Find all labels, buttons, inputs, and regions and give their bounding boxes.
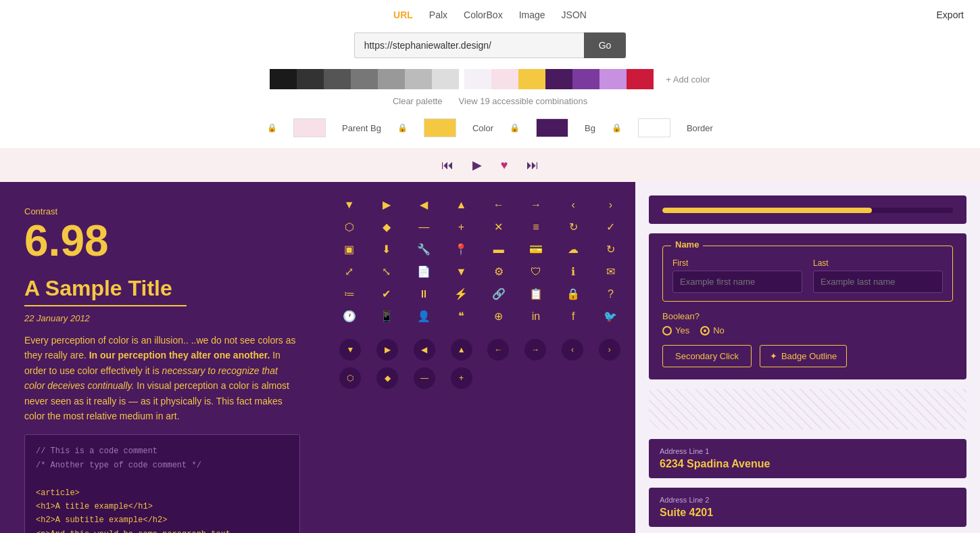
icon-lock[interactable]: 🔒 <box>566 287 580 300</box>
icon-circle-diamond[interactable]: ◆ <box>376 367 398 389</box>
icon-compress[interactable]: ⤡ <box>382 265 391 278</box>
accessible-combinations-link[interactable]: View 19 accessible combinations <box>459 96 588 106</box>
color-swatch[interactable] <box>424 118 456 137</box>
icon-caret-right[interactable]: › <box>609 199 612 211</box>
icon-checkmark[interactable]: ✔ <box>382 287 391 300</box>
swatch-12[interactable] <box>545 69 572 89</box>
nav-json[interactable]: JSON <box>562 9 587 20</box>
icon-arrow-right[interactable]: ▶ <box>383 198 391 211</box>
icon-circle-caret-right[interactable]: › <box>599 339 620 361</box>
icon-cloud[interactable]: ☁ <box>568 243 579 256</box>
icon-shield[interactable]: 🛡 <box>531 266 541 278</box>
rewind-button[interactable]: ⏮ <box>441 158 454 172</box>
nav-palx[interactable]: Palx <box>429 9 447 20</box>
radio-no-label: No <box>713 325 725 335</box>
icon-circle-expand[interactable]: ⬡ <box>339 367 361 389</box>
icon-wrench[interactable]: 🔧 <box>417 243 431 256</box>
play-button[interactable]: ▶ <box>472 158 482 172</box>
nav-url[interactable]: URL <box>393 9 413 20</box>
swatch-8[interactable] <box>464 69 491 89</box>
icon-circle-plus[interactable]: + <box>451 367 472 389</box>
icon-info[interactable]: ℹ <box>571 265 575 278</box>
first-name-input[interactable] <box>672 271 802 293</box>
icon-phone[interactable]: 📱 <box>380 310 393 323</box>
icon-linkedin[interactable]: in <box>532 310 540 323</box>
icon-diamond[interactable]: ◆ <box>383 221 391 233</box>
go-button[interactable]: Go <box>584 32 627 58</box>
icon-download[interactable]: ⬇ <box>382 243 391 256</box>
icon-github[interactable]: ⊕ <box>494 310 503 323</box>
bg-swatch[interactable] <box>536 118 568 137</box>
swatch-9[interactable] <box>491 69 518 89</box>
icon-filter[interactable]: ▼ <box>456 266 466 278</box>
icon-gear[interactable]: ⚙ <box>494 265 504 278</box>
export-button[interactable]: Export <box>937 9 964 20</box>
icon-expand-arrows[interactable]: ⤢ <box>345 265 353 278</box>
last-name-input[interactable] <box>813 271 943 293</box>
icon-right[interactable]: → <box>531 199 541 211</box>
swatch-16[interactable] <box>627 69 654 89</box>
icon-card[interactable]: 💳 <box>529 243 543 256</box>
icon-comment[interactable]: ▬ <box>493 244 504 256</box>
swatch-2[interactable] <box>297 69 324 89</box>
icon-facebook[interactable]: f <box>572 310 574 323</box>
icon-bolt[interactable]: ⚡ <box>454 287 468 300</box>
icon-doc[interactable]: 📄 <box>417 265 431 278</box>
icon-circle-right[interactable]: → <box>524 339 546 361</box>
icon-user[interactable]: 👤 <box>417 310 431 323</box>
icon-sync[interactable]: ↻ <box>606 243 615 256</box>
icon-check[interactable]: ✓ <box>606 221 615 233</box>
badge-outline-button[interactable]: ✦ Badge Outline <box>760 345 847 367</box>
swatch-4[interactable] <box>351 69 378 89</box>
icon-list[interactable]: ≔ <box>344 287 355 300</box>
icon-arrow-left[interactable]: ◀ <box>420 198 428 211</box>
icon-circle-caret-left[interactable]: ‹ <box>562 339 583 361</box>
radio-yes[interactable]: Yes <box>662 325 689 335</box>
icon-server[interactable]: ▣ <box>344 243 354 256</box>
heart-button[interactable]: ♥ <box>501 158 508 172</box>
nav-colorbox[interactable]: ColorBox <box>464 9 503 20</box>
icon-minus[interactable]: — <box>418 221 429 233</box>
icon-circle-arrow-up[interactable]: ▲ <box>451 339 472 361</box>
icon-arrow-up[interactable]: ▲ <box>456 199 466 211</box>
parent-bg-swatch[interactable] <box>293 118 326 137</box>
swatch-1[interactable] <box>270 69 297 89</box>
icon-caret-left[interactable]: ‹ <box>571 199 574 211</box>
icon-pin[interactable]: 📍 <box>454 243 468 256</box>
icon-close[interactable]: ✕ <box>494 221 503 233</box>
icon-mail[interactable]: ✉ <box>606 265 615 278</box>
clear-palette-link[interactable]: Clear palette <box>393 96 443 106</box>
url-input[interactable] <box>354 32 584 58</box>
border-swatch[interactable] <box>638 118 670 137</box>
nav-image[interactable]: Image <box>519 9 545 20</box>
swatch-3[interactable] <box>324 69 351 89</box>
icon-menu[interactable]: ≡ <box>533 221 539 233</box>
swatch-13[interactable] <box>572 69 599 89</box>
swatch-7[interactable] <box>432 69 459 89</box>
icon-clipboard[interactable]: 📋 <box>529 287 543 300</box>
icon-clock[interactable]: 🕐 <box>343 310 356 323</box>
icon-quote[interactable]: ❝ <box>458 310 464 323</box>
icon-refresh[interactable]: ↻ <box>569 221 578 233</box>
radio-no[interactable]: No <box>700 325 725 335</box>
icon-expand[interactable]: ⬡ <box>345 221 354 233</box>
swatch-5[interactable] <box>378 69 405 89</box>
add-color-button[interactable]: + Add color <box>666 74 710 85</box>
icon-circle-arrow-left[interactable]: ◀ <box>414 339 435 361</box>
icon-arrow-down[interactable]: ▼ <box>344 199 355 211</box>
swatch-14[interactable] <box>599 69 627 89</box>
icon-link[interactable]: 🔗 <box>492 287 506 300</box>
icon-circle-left[interactable]: ← <box>487 339 509 361</box>
icon-plus[interactable]: + <box>458 221 464 233</box>
icon-question[interactable]: ? <box>608 288 614 300</box>
icon-circle-arrow-right[interactable]: ▶ <box>376 339 398 361</box>
icon-twitter[interactable]: 🐦 <box>604 310 617 323</box>
swatch-11[interactable] <box>518 69 545 89</box>
icon-circle-arrow-down[interactable]: ▼ <box>339 339 361 361</box>
forward-button[interactable]: ⏭ <box>526 158 539 172</box>
swatch-6[interactable] <box>405 69 432 89</box>
icon-circle-minus[interactable]: — <box>414 367 435 389</box>
icon-left[interactable]: ← <box>493 199 504 211</box>
secondary-click-button[interactable]: Secondary Click <box>662 345 752 367</box>
icon-pause[interactable]: ⏸ <box>418 288 429 300</box>
